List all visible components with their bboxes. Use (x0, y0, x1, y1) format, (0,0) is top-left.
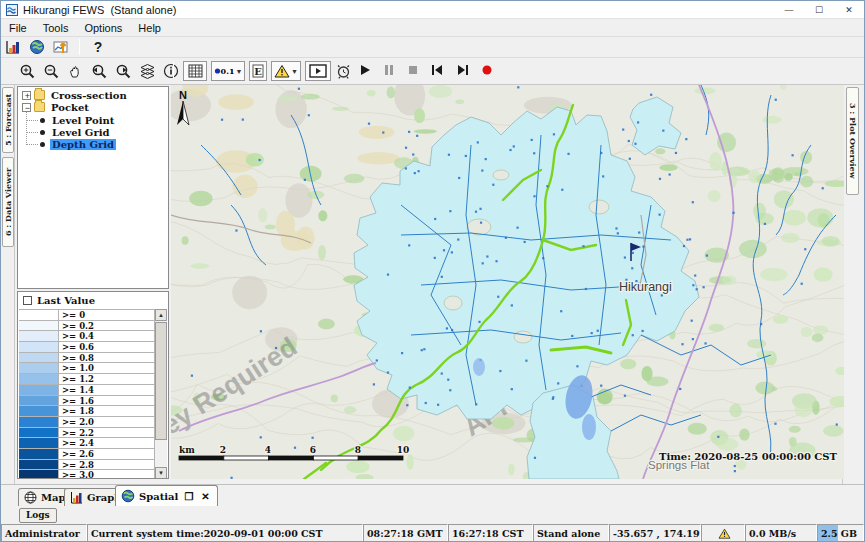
legend-class-list[interactable]: >= 0>= 0.2>= 0.4>= 0.6>= 0.8>= 1.0>= 1.2… (19, 309, 155, 479)
toolbar-separator-2 (173, 62, 174, 78)
legend-swatch (19, 406, 59, 416)
zoom-next-icon[interactable] (113, 62, 133, 80)
bullet-icon (40, 130, 45, 135)
menu-options[interactable]: Options (76, 19, 130, 37)
play-icon[interactable] (359, 62, 371, 80)
menu-file[interactable]: File (1, 19, 35, 37)
legend-row[interactable]: >= 2.4 (19, 438, 155, 449)
legend-row[interactable]: >= 1.4 (19, 385, 155, 396)
spatial-globe-icon[interactable] (27, 38, 47, 56)
status-mode: Stand alone (533, 524, 609, 542)
svg-text:8: 8 (355, 445, 361, 455)
legend-row[interactable]: >= 0.8 (19, 353, 155, 364)
spatial-globe-icon (121, 489, 135, 503)
legend-panel: Last Value >= 0>= 0.2>= 0.4>= 0.6>= 0.8>… (17, 291, 169, 479)
svg-text:6: 6 (310, 445, 316, 455)
record-icon[interactable] (481, 62, 493, 80)
step-back-icon[interactable] (431, 62, 444, 80)
help-icon[interactable]: ? (88, 38, 108, 56)
legend-row[interactable]: >= 0.6 (19, 342, 155, 353)
layers-icon[interactable] (137, 62, 157, 80)
legend-row[interactable]: >= 2.6 (19, 449, 155, 460)
minimize-button[interactable]: — (774, 1, 804, 19)
tree-leaf-label-selected[interactable]: Depth Grid (50, 139, 116, 150)
scroll-up-icon[interactable]: ▲ (155, 309, 167, 321)
legend-scrollbar[interactable]: ▲ ▼ (154, 309, 167, 479)
pause-icon[interactable] (383, 62, 395, 80)
legend-swatch (19, 353, 59, 363)
tab-close-icon[interactable]: ✕ (201, 491, 211, 502)
status-gmt-time: 08:27:18 GMT (363, 524, 448, 542)
legend-row[interactable]: >= 2.8 (19, 460, 155, 471)
legend-label: >= 0 (59, 310, 155, 320)
tree-node-label[interactable]: Cross-section (49, 90, 129, 101)
tree-connector (26, 144, 38, 145)
loop-clock-icon[interactable] (333, 62, 353, 80)
legend-row[interactable]: >= 2.0 (19, 417, 155, 428)
legend-swatch (19, 331, 59, 341)
stop-icon[interactable] (407, 62, 419, 80)
tree-leaf-depth-grid[interactable]: Depth Grid (40, 138, 116, 150)
legend-row[interactable]: >= 3.0 (19, 470, 155, 479)
status-network-rate: 0.0 MB/s (745, 524, 817, 542)
graph-icon[interactable] (3, 38, 23, 56)
tab-forecast[interactable]: 5 : Forecast (2, 87, 14, 153)
tree-leaf-label[interactable]: Level Point (50, 115, 116, 126)
timeseries-icon[interactable] (51, 38, 71, 56)
tab-plot-overview[interactable]: 3 : Plot Overview (846, 87, 859, 195)
legend-row[interactable]: >= 1.6 (19, 396, 155, 407)
tree-node-pocket[interactable]: − Pocket (22, 101, 91, 113)
legend-label: >= 1.2 (59, 374, 155, 384)
map-canvas[interactable]: API Key Required API Key Required (171, 85, 844, 479)
place-label-hikurangi: Hikurangi (619, 280, 672, 294)
legend-swatch (19, 438, 59, 448)
legend-label: >= 0.4 (59, 331, 155, 341)
tab-spatial[interactable]: Spatial ❐ ✕ (115, 485, 218, 506)
maximize-button[interactable]: ☐ (804, 1, 834, 19)
info-icon[interactable] (161, 62, 181, 80)
zoom-out-icon[interactable] (41, 62, 61, 80)
legend-row[interactable]: >= 0 (19, 310, 155, 321)
tree-node-label[interactable]: Pocket (49, 102, 91, 113)
menu-help[interactable]: Help (130, 19, 169, 37)
legend-row[interactable]: >= 0.4 (19, 331, 155, 342)
tree-leaf-label[interactable]: Level Grid (50, 127, 111, 138)
grid-icon[interactable] (183, 61, 207, 81)
legend-row[interactable]: >= 2.2 (19, 428, 155, 439)
tree-leaf-level-point[interactable]: Level Point (40, 114, 116, 126)
pan-hand-icon[interactable] (65, 62, 85, 80)
legend-checkbox-label: Last Value (37, 295, 95, 306)
labels-icon[interactable]: E (249, 61, 267, 81)
collapse-minus-icon[interactable]: − (22, 103, 31, 112)
legend-swatch (19, 310, 59, 320)
status-coordinates: -35.657 , 174.199 (609, 524, 701, 542)
warning-dropdown[interactable]: ▼ (271, 61, 301, 81)
step-forward-icon[interactable] (456, 62, 469, 80)
status-local-time: 16:27:18 CST (448, 524, 533, 542)
legend-label: >= 0.2 (59, 321, 155, 331)
logs-button[interactable]: Logs (19, 508, 57, 523)
scroll-down-icon[interactable]: ▼ (155, 467, 167, 479)
last-value-checkbox[interactable] (23, 296, 32, 305)
legend-row[interactable]: >= 1.2 (19, 374, 155, 385)
tab-restore-icon[interactable]: ❐ (184, 491, 195, 502)
tree-leaf-level-grid[interactable]: Level Grid (40, 126, 111, 138)
menu-tools[interactable]: Tools (35, 19, 77, 37)
legend-row[interactable]: >= 1.8 (19, 406, 155, 417)
legend-row[interactable]: >= 1.0 (19, 363, 155, 374)
status-warning-cell[interactable] (701, 524, 745, 542)
layers-tree[interactable]: + Cross-section − Pocket Level Point Lev… (17, 86, 169, 289)
scrollbar-thumb[interactable] (155, 322, 167, 440)
legend-row[interactable]: >= 0.2 (19, 321, 155, 332)
tab-data-viewer[interactable]: 6 : Data Viewer (2, 157, 14, 247)
legend-label: >= 1.0 (59, 363, 155, 373)
expand-plus-icon[interactable]: + (22, 91, 31, 100)
threshold-interval-dropdown[interactable]: 0.1 ▼ (211, 61, 245, 81)
zoom-in-icon[interactable] (17, 62, 37, 80)
zoom-previous-icon[interactable] (89, 62, 109, 80)
animation-icon[interactable] (305, 61, 331, 81)
folder-icon (34, 90, 45, 100)
threshold-interval-value: 0.1 (221, 66, 235, 76)
close-button[interactable]: ✕ (834, 1, 864, 19)
warning-icon (718, 528, 731, 539)
